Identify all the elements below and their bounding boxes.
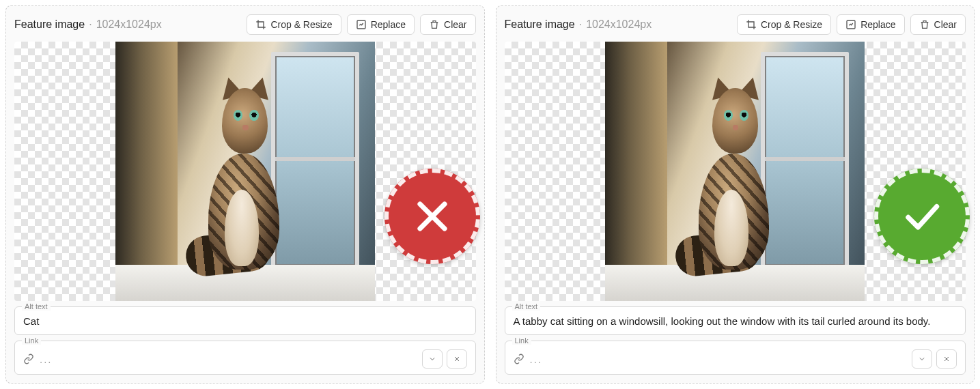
separator-dot: · <box>579 18 582 31</box>
alt-text-value[interactable]: A tabby cat sitting on a windowsill, loo… <box>514 315 957 329</box>
crop-icon <box>255 19 266 30</box>
caret-down-icon <box>428 355 436 363</box>
panel-title: Feature image <box>14 18 85 31</box>
link-dropdown-button[interactable] <box>422 349 443 369</box>
link-placeholder[interactable]: ... <box>530 354 907 365</box>
alt-text-field[interactable]: Alt text A tabby cat sitting on a window… <box>505 306 966 335</box>
trash-icon <box>429 19 440 30</box>
link-label: Link <box>22 336 41 345</box>
replace-label: Replace <box>371 19 406 30</box>
check-icon <box>897 192 947 241</box>
link-icon <box>23 354 34 364</box>
link-clear-button[interactable] <box>447 349 467 369</box>
alt-text-label: Alt text <box>512 302 541 311</box>
status-badge-good <box>874 169 970 264</box>
toolbar: Crop & Resize Replace Clear <box>247 14 475 35</box>
feature-image <box>605 42 865 301</box>
trash-icon <box>919 19 930 30</box>
clear-label: Clear <box>934 19 957 30</box>
feature-image-panel: Feature image · 1024x1024px Crop & Resiz… <box>496 5 975 384</box>
status-badge-bad <box>384 169 480 264</box>
feature-image-panel: Feature image · 1024x1024px Crop & Resiz… <box>5 5 485 384</box>
link-placeholder[interactable]: ... <box>40 354 417 365</box>
crop-label: Crop & Resize <box>270 19 332 30</box>
panel-title: Feature image <box>505 18 575 31</box>
link-label: Link <box>512 336 531 345</box>
replace-icon <box>845 19 856 30</box>
replace-button[interactable]: Replace <box>347 14 415 35</box>
replace-button[interactable]: Replace <box>837 14 904 35</box>
toolbar: Crop & Resize Replace Clear <box>737 14 966 35</box>
link-field[interactable]: Link ... <box>505 341 966 375</box>
alt-text-value[interactable]: Cat <box>23 315 467 329</box>
link-field[interactable]: Link ... <box>14 341 476 375</box>
panel-header: Feature image · 1024x1024px Crop & Resiz… <box>14 14 476 35</box>
feature-image <box>115 42 375 301</box>
replace-label: Replace <box>860 19 895 30</box>
clear-label: Clear <box>444 19 466 30</box>
crop-resize-button[interactable]: Crop & Resize <box>247 14 341 35</box>
title-wrap: Feature image · 1024x1024px <box>505 18 652 31</box>
alt-text-label: Alt text <box>22 302 51 311</box>
image-dimensions: 1024x1024px <box>586 18 652 31</box>
image-preview-area[interactable] <box>14 42 476 301</box>
link-mini-buttons <box>912 349 957 369</box>
clear-button[interactable]: Clear <box>420 14 475 35</box>
replace-icon <box>356 19 367 30</box>
link-clear-button[interactable] <box>936 349 957 369</box>
x-small-icon <box>942 355 951 363</box>
image-dimensions: 1024x1024px <box>96 18 162 31</box>
panel-header: Feature image · 1024x1024px Crop & Resiz… <box>505 14 966 35</box>
clear-button[interactable]: Clear <box>910 14 966 35</box>
crop-icon <box>746 19 757 30</box>
separator-dot: · <box>89 18 92 31</box>
caret-down-icon <box>918 355 926 363</box>
title-wrap: Feature image · 1024x1024px <box>14 18 162 31</box>
image-preview-area[interactable] <box>505 42 966 301</box>
x-icon <box>408 192 457 241</box>
x-small-icon <box>453 355 461 363</box>
link-dropdown-button[interactable] <box>912 349 932 369</box>
crop-label: Crop & Resize <box>761 19 822 30</box>
link-icon <box>514 354 524 364</box>
crop-resize-button[interactable]: Crop & Resize <box>737 14 831 35</box>
link-mini-buttons <box>422 349 467 369</box>
alt-text-field[interactable]: Alt text Cat <box>14 306 476 335</box>
